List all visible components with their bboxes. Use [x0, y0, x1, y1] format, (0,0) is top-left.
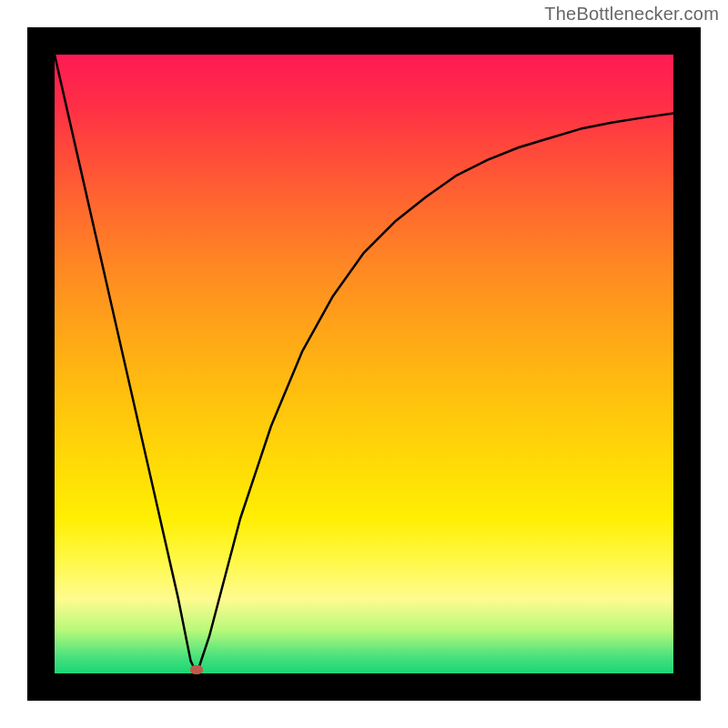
attribution-text: TheBottlenecker.com: [544, 4, 719, 25]
bottleneck-curve: [55, 55, 673, 673]
chart-container: TheBottlenecker.com: [0, 0, 728, 728]
optimal-point-marker: [190, 665, 203, 674]
